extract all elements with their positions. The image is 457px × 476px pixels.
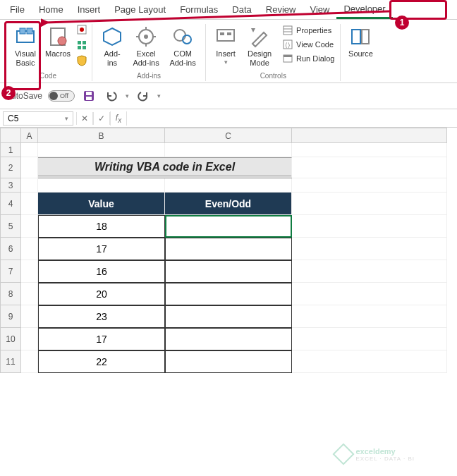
group-addins: Add-ins Excel Add-ins COM Add-ins Add-in… <box>92 24 206 81</box>
tab-data[interactable]: Data <box>225 1 258 18</box>
table-cell[interactable]: 22 <box>38 350 165 373</box>
source-icon <box>349 25 372 48</box>
autosave-toggle[interactable]: Off <box>48 90 75 102</box>
table-header-value[interactable]: Value <box>38 193 165 215</box>
row-header[interactable]: 7 <box>0 260 21 283</box>
tab-insert[interactable]: Insert <box>71 1 108 18</box>
tab-formulas[interactable]: Formulas <box>173 1 225 18</box>
select-all-corner[interactable] <box>0 128 21 143</box>
cell[interactable] <box>292 350 447 373</box>
row-header[interactable]: 2 <box>0 157 21 178</box>
active-cell[interactable] <box>165 215 292 238</box>
row-header[interactable]: 9 <box>0 305 21 328</box>
cell[interactable] <box>292 260 447 283</box>
table-cell[interactable] <box>165 238 292 260</box>
visual-basic-icon <box>14 25 37 48</box>
tab-developer[interactable]: Developer <box>336 1 392 19</box>
sheet-title[interactable]: Writing VBA code in Excel <box>38 157 292 178</box>
name-box[interactable]: C5 ▾ <box>3 111 73 126</box>
properties-button[interactable]: Properties <box>281 24 336 37</box>
macro-security-icon[interactable] <box>76 55 87 69</box>
cell[interactable] <box>292 143 447 157</box>
tab-home[interactable]: Home <box>32 1 71 18</box>
table-cell[interactable] <box>165 260 292 283</box>
col-header-A[interactable]: A <box>21 128 38 143</box>
macros-button[interactable]: Macros <box>42 24 73 60</box>
cell[interactable] <box>292 238 447 260</box>
watermark: exceldemy EXCEL · DATA · BI <box>336 446 415 462</box>
chevron-down-icon[interactable]: ▾ <box>126 92 129 99</box>
cell[interactable] <box>292 328 447 350</box>
cancel-formula-button[interactable]: ✕ <box>76 112 93 125</box>
cell[interactable] <box>21 305 38 328</box>
cell[interactable] <box>292 178 447 193</box>
table-cell[interactable]: 23 <box>38 305 165 328</box>
tab-file[interactable]: File <box>3 1 32 18</box>
formula-input[interactable] <box>127 117 457 120</box>
cell[interactable] <box>165 178 292 193</box>
cell[interactable] <box>292 157 447 178</box>
table-cell[interactable]: 17 <box>38 328 165 350</box>
com-addins-button[interactable]: COM Add-ins <box>164 24 201 69</box>
redo-button[interactable] <box>135 87 152 104</box>
svg-text:⟨⟩: ⟨⟩ <box>285 42 291 49</box>
accept-formula-button[interactable]: ✓ <box>93 112 110 125</box>
save-button[interactable] <box>80 87 97 104</box>
cell[interactable] <box>292 215 447 238</box>
excel-addins-button[interactable]: Excel Add-ins <box>128 24 164 69</box>
table-cell[interactable]: 16 <box>38 260 165 283</box>
cell[interactable] <box>165 143 292 157</box>
cell[interactable] <box>21 157 38 178</box>
cell[interactable] <box>21 143 38 157</box>
cell[interactable] <box>38 143 165 157</box>
table-cell[interactable]: 17 <box>38 238 165 260</box>
table-cell[interactable]: 20 <box>38 283 165 305</box>
table-cell[interactable] <box>165 328 292 350</box>
ribbon-tabs: File Home Insert Page Layout Formulas Da… <box>0 0 457 20</box>
cell[interactable] <box>21 238 38 260</box>
cell[interactable] <box>21 193 38 215</box>
view-code-button[interactable]: ⟨⟩ View Code <box>281 38 336 51</box>
insert-control-button[interactable]: Insert ▾ <box>210 24 241 68</box>
col-header-C[interactable]: C <box>165 128 292 143</box>
table-cell[interactable] <box>165 305 292 328</box>
addins-button[interactable]: Add-ins <box>97 24 128 69</box>
cell[interactable] <box>21 178 38 193</box>
table-cell[interactable] <box>165 350 292 373</box>
row-header[interactable]: 6 <box>0 238 21 260</box>
row-header[interactable]: 5 <box>0 215 21 238</box>
table-header-evenodd[interactable]: Even/Odd <box>165 193 292 215</box>
visual-basic-button[interactable]: Visual Basic <box>8 24 42 69</box>
cell[interactable] <box>21 260 38 283</box>
undo-button[interactable] <box>103 87 120 104</box>
fx-button[interactable]: fx <box>110 111 127 126</box>
cell[interactable] <box>21 328 38 350</box>
cell[interactable] <box>38 178 165 193</box>
source-button[interactable]: Source <box>345 24 376 60</box>
record-macro-icon[interactable] <box>76 24 87 38</box>
chevron-down-icon[interactable]: ▾ <box>157 92 161 99</box>
cell[interactable] <box>21 350 38 373</box>
use-relative-icon[interactable] <box>76 39 87 54</box>
row-header[interactable]: 3 <box>0 178 21 193</box>
cell[interactable] <box>292 305 447 328</box>
tab-page-layout[interactable]: Page Layout <box>107 1 173 18</box>
design-mode-button[interactable]: Design Mode <box>241 24 278 69</box>
run-dialog-button[interactable]: Run Dialog <box>281 52 336 65</box>
table-cell[interactable]: 18 <box>38 215 165 238</box>
col-header-B[interactable]: B <box>38 128 165 143</box>
table-cell[interactable] <box>165 283 292 305</box>
row-header[interactable]: 10 <box>0 328 21 350</box>
cell[interactable] <box>292 193 447 215</box>
tab-review[interactable]: Review <box>259 1 303 18</box>
row-header[interactable]: 11 <box>0 350 21 373</box>
row-header[interactable]: 4 <box>0 193 21 215</box>
insert-control-icon <box>214 25 237 48</box>
col-header-rest[interactable] <box>292 128 447 143</box>
cell[interactable] <box>21 215 38 238</box>
row-header[interactable]: 8 <box>0 283 21 305</box>
tab-view[interactable]: View <box>303 1 336 18</box>
row-header[interactable]: 1 <box>0 143 21 157</box>
cell[interactable] <box>21 283 38 305</box>
cell[interactable] <box>292 283 447 305</box>
